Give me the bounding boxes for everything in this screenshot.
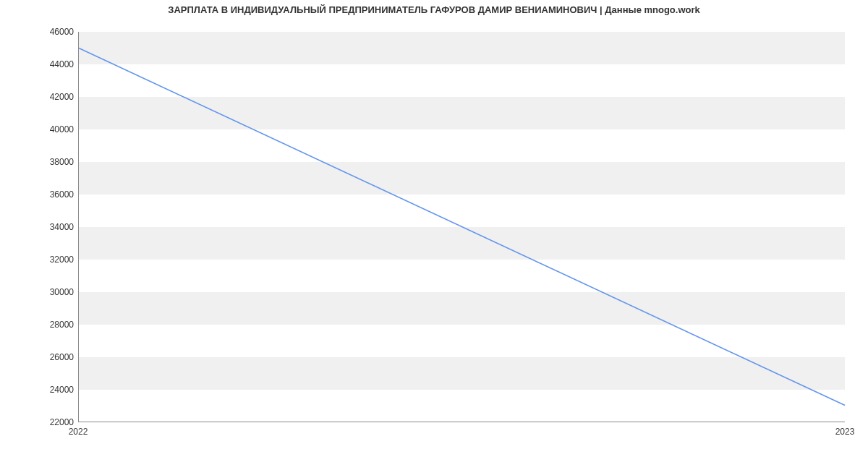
- y-tick-label: 38000: [9, 157, 74, 167]
- y-tick-label: 40000: [9, 124, 74, 134]
- y-tick-label: 28000: [9, 320, 74, 330]
- x-tick-label: 2022: [69, 427, 88, 437]
- y-tick-label: 46000: [9, 27, 74, 37]
- y-tick-label: 32000: [9, 255, 74, 265]
- series-line: [79, 48, 845, 405]
- chart-title: ЗАРПЛАТА В ИНДИВИДУАЛЬНЫЙ ПРЕДПРИНИМАТЕЛ…: [0, 4, 868, 15]
- y-tick-label: 30000: [9, 287, 74, 297]
- chart-container: ЗАРПЛАТА В ИНДИВИДУАЛЬНЫЙ ПРЕДПРИНИМАТЕЛ…: [0, 0, 868, 470]
- y-tick-label: 44000: [9, 59, 74, 69]
- y-tick-label: 36000: [9, 189, 74, 200]
- x-tick-label: 2023: [835, 427, 855, 437]
- y-tick-label: 42000: [9, 92, 74, 102]
- plot-area: [78, 32, 845, 422]
- y-tick-label: 24000: [9, 385, 74, 395]
- line-series: [79, 32, 845, 422]
- y-tick-label: 22000: [9, 417, 74, 427]
- y-tick-label: 26000: [9, 352, 74, 362]
- y-tick-label: 34000: [9, 222, 74, 232]
